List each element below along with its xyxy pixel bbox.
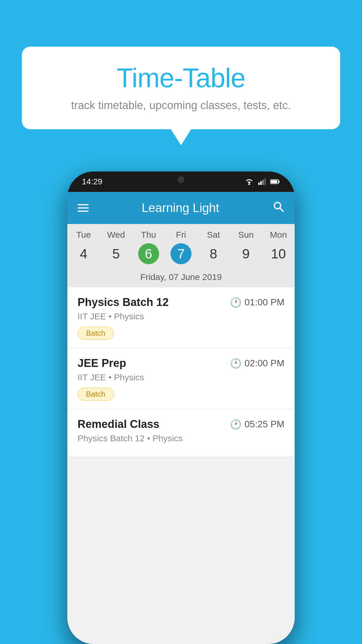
schedule-item[interactable]: JEE Prep🕐 02:00 PMIIT JEE • PhysicsBatch bbox=[67, 348, 295, 409]
svg-point-1 bbox=[248, 183, 250, 185]
schedule-item-header: Remedial Class🕐 05:25 PM bbox=[78, 418, 284, 430]
schedule-subject: Physics Batch 12 • Physics bbox=[78, 433, 284, 443]
schedule-item-header: JEE Prep🕐 02:00 PM bbox=[78, 357, 284, 370]
hamburger-line bbox=[78, 204, 89, 205]
phone-frame: 14:29 bbox=[67, 172, 295, 644]
schedule-title: Physics Batch 12 bbox=[78, 296, 169, 309]
status-bar: 14:29 bbox=[67, 172, 295, 192]
svg-line-10 bbox=[280, 208, 283, 211]
svg-rect-2 bbox=[258, 183, 260, 185]
svg-rect-5 bbox=[264, 178, 266, 185]
schedule-time: 🕐 01:00 PM bbox=[230, 297, 284, 308]
svg-marker-0 bbox=[247, 182, 251, 184]
speech-bubble: Time-Table track timetable, upcoming cla… bbox=[22, 47, 340, 129]
day-name: Mon bbox=[262, 230, 295, 240]
status-icons bbox=[245, 178, 280, 185]
day-column-wed[interactable]: Wed5 bbox=[100, 230, 132, 269]
schedule-title: Remedial Class bbox=[78, 418, 159, 430]
app-title: Learning Light bbox=[142, 201, 219, 215]
day-name: Sat bbox=[197, 230, 230, 240]
svg-rect-8 bbox=[271, 180, 277, 183]
front-camera bbox=[178, 176, 184, 183]
app-header: Learning Light bbox=[67, 192, 295, 224]
svg-rect-4 bbox=[262, 180, 264, 185]
bubble-subtitle: track timetable, upcoming classes, tests… bbox=[39, 99, 323, 112]
clock-icon: 🕐 bbox=[230, 419, 242, 430]
day-name: Sun bbox=[230, 230, 262, 240]
batch-badge: Batch bbox=[78, 327, 114, 340]
day-column-tue[interactable]: Tue4 bbox=[67, 230, 100, 269]
hamburger-line bbox=[78, 211, 89, 212]
clock-icon: 🕐 bbox=[230, 297, 242, 308]
calendar-strip: Tue4Wed5Thu6Fri7Sat8Sun9Mon10 Friday, 07… bbox=[67, 224, 295, 287]
day-number: 7 bbox=[171, 243, 191, 264]
day-name: Wed bbox=[100, 230, 132, 240]
phone-screen: Learning Light Tue4Wed5Thu6Fri7Sat8Sun9M… bbox=[67, 192, 295, 644]
bubble-title: Time-Table bbox=[39, 63, 323, 93]
svg-rect-3 bbox=[260, 181, 262, 185]
clock-icon: 🕐 bbox=[230, 358, 242, 369]
schedule-title: JEE Prep bbox=[78, 357, 126, 370]
day-number: 10 bbox=[268, 243, 289, 264]
hamburger-menu[interactable] bbox=[78, 204, 89, 212]
day-column-mon[interactable]: Mon10 bbox=[262, 230, 295, 269]
signal-icon bbox=[258, 178, 266, 185]
day-column-fri[interactable]: Fri7 bbox=[165, 230, 197, 269]
schedule-item-header: Physics Batch 12🕐 01:00 PM bbox=[78, 296, 284, 309]
day-number: 8 bbox=[203, 243, 224, 264]
day-column-thu[interactable]: Thu6 bbox=[132, 230, 165, 269]
wifi-icon bbox=[245, 178, 254, 185]
day-column-sat[interactable]: Sat8 bbox=[197, 230, 230, 269]
schedule-subject: IIT JEE • Physics bbox=[78, 312, 284, 321]
svg-rect-7 bbox=[278, 181, 280, 183]
search-icon bbox=[272, 200, 284, 213]
schedule-item[interactable]: Physics Batch 12🕐 01:00 PMIIT JEE • Phys… bbox=[67, 287, 295, 348]
schedule-list: Physics Batch 12🕐 01:00 PMIIT JEE • Phys… bbox=[67, 287, 295, 457]
day-name: Tue bbox=[67, 230, 100, 240]
schedule-time: 🕐 05:25 PM bbox=[230, 419, 284, 430]
battery-icon bbox=[270, 179, 280, 184]
day-number: 9 bbox=[236, 243, 256, 264]
status-time: 14:29 bbox=[82, 177, 102, 186]
search-button[interactable] bbox=[272, 200, 284, 216]
day-name: Thu bbox=[132, 230, 165, 240]
day-number: 5 bbox=[106, 243, 126, 264]
schedule-item[interactable]: Remedial Class🕐 05:25 PMPhysics Batch 12… bbox=[67, 409, 295, 457]
hamburger-line bbox=[78, 207, 89, 209]
selected-date-label: Friday, 07 June 2019 bbox=[67, 269, 295, 287]
day-column-sun[interactable]: Sun9 bbox=[230, 230, 262, 269]
phone-notch bbox=[149, 172, 213, 188]
schedule-time: 🕐 02:00 PM bbox=[230, 358, 284, 369]
day-number: 6 bbox=[138, 243, 159, 264]
schedule-subject: IIT JEE • Physics bbox=[78, 372, 284, 382]
day-number: 4 bbox=[73, 243, 94, 264]
batch-badge: Batch bbox=[78, 388, 114, 401]
day-name: Fri bbox=[165, 230, 197, 240]
day-headers: Tue4Wed5Thu6Fri7Sat8Sun9Mon10 bbox=[67, 224, 295, 269]
